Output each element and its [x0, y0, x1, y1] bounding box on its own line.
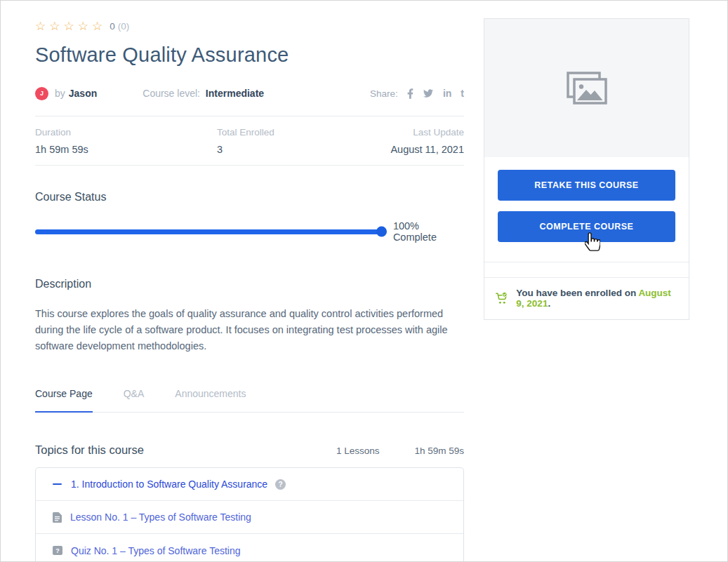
share-bar: Share: in t — [370, 88, 464, 99]
avatar: J — [35, 87, 48, 100]
facebook-icon[interactable] — [407, 88, 413, 99]
stat-value: 3 — [217, 144, 390, 155]
stat-last-update: Last Update August 11, 2021 — [390, 127, 464, 155]
enrolled-prefix: You have been enrolled on — [516, 288, 636, 298]
author-link[interactable]: Jason — [69, 88, 97, 99]
quiz-icon: ? — [53, 546, 62, 555]
star-icon: ☆ — [78, 20, 89, 32]
description-text: This course explores the goals of qualit… — [35, 306, 464, 354]
enrolled-status-row: You have been enrolled on August 9, 2021… — [484, 277, 689, 319]
quiz-row[interactable]: ? Quiz No. 1 – Types of Software Testing — [36, 534, 463, 562]
lesson-link[interactable]: Lesson No. 1 – Types of Software Testing — [70, 511, 251, 523]
course-progress: 100% Complete — [35, 220, 464, 243]
rating-count: (0) — [118, 21, 130, 32]
linkedin-icon[interactable]: in — [443, 88, 451, 99]
share-label: Share: — [370, 88, 398, 99]
stat-value: 1h 59m 59s — [35, 144, 217, 155]
stat-duration: Duration 1h 59m 59s — [35, 127, 217, 155]
rating-score: 0 — [110, 21, 115, 32]
course-meta-row: J by Jason Course level: Intermediate Sh… — [35, 85, 464, 102]
page-layout: ☆ ☆ ☆ ☆ ☆ 0 (0) Software Quality Assuran… — [1, 1, 727, 562]
tab-course-page[interactable]: Course Page — [35, 388, 93, 413]
stat-label: Duration — [35, 127, 217, 138]
sidebar-column: RETAKE THIS COURSE COMPLETE COURSE You h… — [484, 20, 689, 562]
question-circle-icon: ? — [275, 479, 286, 490]
progress-track — [35, 229, 382, 234]
progress-percent-text: 100% Complete — [393, 220, 464, 243]
topics-heading: Topics for this course — [35, 443, 144, 457]
course-entry-card: RETAKE THIS COURSE COMPLETE COURSE You h… — [484, 18, 689, 320]
tab-announcements[interactable]: Announcements — [175, 388, 246, 412]
star-icon: ☆ — [35, 20, 46, 32]
course-actions: RETAKE THIS COURSE COMPLETE COURSE — [484, 157, 689, 262]
course-thumbnail-placeholder — [484, 19, 689, 157]
twitter-icon[interactable] — [423, 88, 434, 98]
star-icon: ☆ — [49, 20, 60, 32]
course-level-label: Course level: — [143, 88, 200, 99]
tumblr-icon[interactable]: t — [461, 88, 464, 99]
divider — [35, 165, 464, 166]
card-spacer — [484, 262, 689, 277]
course-level: Course level: Intermediate — [143, 88, 264, 99]
description-heading: Description — [35, 278, 464, 290]
course-status-heading: Course Status — [35, 191, 464, 203]
stat-total-enrolled: Total Enrolled 3 — [217, 127, 390, 155]
course-rating: ☆ ☆ ☆ ☆ ☆ 0 (0) — [35, 20, 464, 32]
topics-accordion: 1. Introduction to Software Quality Assu… — [35, 467, 464, 562]
stat-label: Total Enrolled — [217, 127, 390, 138]
cart-check-icon — [496, 290, 509, 306]
page-title: Software Quality Assurance — [35, 44, 464, 67]
main-column: ☆ ☆ ☆ ☆ ☆ 0 (0) Software Quality Assuran… — [35, 20, 464, 562]
course-stats: Duration 1h 59m 59s Total Enrolled 3 Las… — [35, 116, 464, 165]
retake-course-button[interactable]: RETAKE THIS COURSE — [498, 170, 675, 201]
quiz-link[interactable]: Quiz No. 1 – Types of Software Testing — [71, 545, 241, 556]
enrolled-suffix: . — [548, 298, 550, 309]
course-page: { "rating": { "star_glyph": "☆", "score"… — [0, 0, 728, 562]
course-tabs: Course Page Q&A Announcements — [35, 388, 464, 413]
complete-course-button[interactable]: COMPLETE COURSE — [498, 211, 675, 242]
stat-label: Last Update — [390, 127, 464, 138]
topics-duration: 1h 59m 59s — [414, 446, 464, 456]
progress-fill — [35, 229, 382, 234]
topic-section-header[interactable]: 1. Introduction to Software Quality Assu… — [36, 468, 463, 501]
lessons-count: 1 Lessons — [336, 446, 380, 456]
by-label: by — [55, 88, 65, 99]
topics-header: Topics for this course 1 Lessons 1h 59m … — [35, 443, 464, 457]
lesson-document-icon — [53, 512, 62, 523]
tab-qa[interactable]: Q&A — [124, 388, 145, 412]
star-icon: ☆ — [92, 20, 103, 32]
stat-value: August 11, 2021 — [390, 144, 464, 155]
image-placeholder-icon — [567, 72, 607, 105]
progress-knob — [376, 227, 387, 237]
collapse-icon[interactable] — [53, 483, 62, 485]
lesson-row[interactable]: Lesson No. 1 – Types of Software Testing — [36, 501, 463, 534]
topics-meta: 1 Lessons 1h 59m 59s — [336, 446, 464, 456]
enrolled-message: You have been enrolled on August 9, 2021… — [516, 288, 677, 309]
topic-title[interactable]: 1. Introduction to Software Quality Assu… — [71, 479, 267, 490]
course-level-value: Intermediate — [206, 88, 264, 99]
star-icon: ☆ — [64, 20, 75, 32]
